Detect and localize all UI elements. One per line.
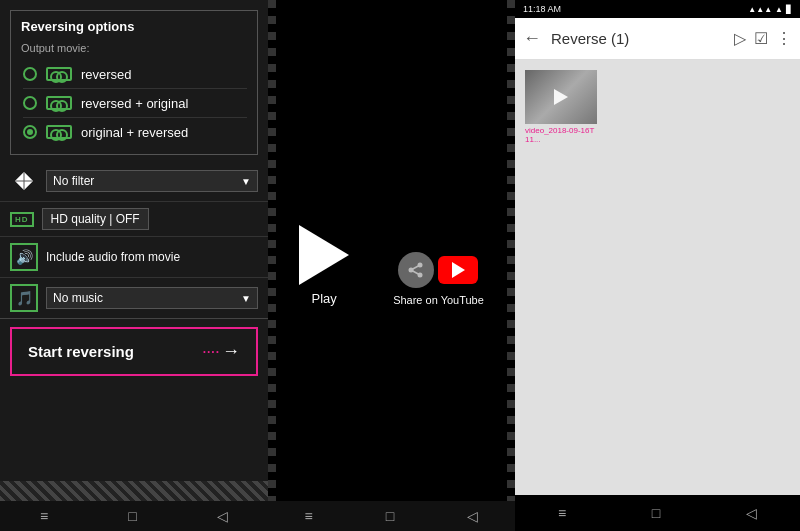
play-section: Play	[299, 225, 349, 306]
page-title: Reverse (1)	[551, 30, 734, 47]
reversing-options-box: Reversing options Output movie: reversed…	[10, 10, 258, 155]
top-bar-actions: ▷ ☑ ⋮	[734, 29, 792, 48]
right-bottom-nav: ≡ □ ◁	[515, 495, 800, 531]
nav-menu-icon-mid[interactable]: ≡	[305, 508, 313, 524]
audio-row: 🔊 Include audio from movie	[0, 237, 268, 278]
option-reversed-label: reversed	[81, 67, 132, 82]
speaker-icon-box: 🔊	[10, 243, 38, 271]
cassette-icon-rev-orig	[45, 94, 73, 112]
left-bottom-nav: ≡ □ ◁	[0, 501, 268, 531]
music-select[interactable]: No music ▼	[46, 287, 258, 309]
left-panel: Reversing options Output movie: reversed…	[0, 0, 268, 531]
r-nav-menu-icon[interactable]: ≡	[558, 505, 566, 521]
play-all-icon[interactable]: ▷	[734, 29, 746, 48]
hd-quality-text[interactable]: HD quality | OFF	[42, 208, 149, 230]
svg-line-6	[411, 265, 420, 270]
share-section: Share on YouTube	[393, 252, 484, 306]
share-icon	[398, 252, 434, 288]
bottom-stripe	[0, 481, 268, 501]
nav-menu-icon-left[interactable]: ≡	[40, 508, 48, 524]
select-icon[interactable]: ☑	[754, 29, 768, 48]
right-content: video_2018-09-16T11...	[515, 60, 800, 495]
hd-badge: HD	[10, 212, 34, 227]
middle-divider-right	[507, 0, 515, 531]
play-label: Play	[311, 291, 336, 306]
nav-back-icon-mid[interactable]: ◁	[467, 508, 478, 524]
filter-select-text: No filter	[53, 174, 241, 188]
radio-reversed	[23, 67, 37, 81]
middle-panel: Play Share on YouTube	[268, 0, 515, 531]
share-label: Share on YouTube	[393, 294, 484, 306]
right-panel: 11:18 AM ▲▲▲ ▲ ▊ ← Reverse (1) ▷ ☑ ⋮ vid…	[515, 0, 800, 531]
nav-home-icon-left[interactable]: □	[128, 508, 136, 524]
nav-home-icon-mid[interactable]: □	[386, 508, 394, 524]
middle-divider-left	[268, 0, 276, 531]
start-arrow-area: ···· →	[203, 341, 240, 362]
reversing-options-title: Reversing options	[21, 19, 247, 34]
option-reversed-original-label: reversed + original	[81, 96, 188, 111]
r-nav-home-icon[interactable]: □	[652, 505, 660, 521]
share-youtube-button[interactable]	[398, 252, 478, 288]
radio-reversed-original	[23, 96, 37, 110]
youtube-icon	[438, 256, 478, 284]
status-time: 11:18 AM	[523, 4, 561, 14]
output-movie-label: Output movie:	[21, 42, 247, 54]
thumb-label: video_2018-09-16T11...	[525, 126, 597, 144]
top-bar: ← Reverse (1) ▷ ☑ ⋮	[515, 18, 800, 60]
start-arrow-icon: →	[222, 341, 240, 362]
audio-text: Include audio from movie	[46, 250, 180, 264]
radio-original-reversed	[23, 125, 37, 139]
music-row: 🎵 No music ▼	[0, 278, 268, 319]
filter-row: No filter ▼	[0, 161, 268, 202]
r-nav-back-icon[interactable]: ◁	[746, 505, 757, 521]
start-button-container: Start reversing ···· →	[10, 327, 258, 376]
music-select-text: No music	[53, 291, 241, 305]
svg-line-7	[411, 270, 420, 275]
middle-actions: Play Share on YouTube	[299, 225, 484, 306]
filter-select[interactable]: No filter ▼	[46, 170, 258, 192]
music-dropdown-arrow: ▼	[241, 293, 251, 304]
start-reversing-button[interactable]: Start reversing ···· →	[14, 331, 254, 372]
thumb-image	[525, 70, 597, 124]
video-thumbnail[interactable]: video_2018-09-16T11...	[525, 70, 597, 144]
nav-back-icon-left[interactable]: ◁	[217, 508, 228, 524]
wifi-icon: ▲	[775, 5, 783, 14]
filter-icon	[10, 167, 38, 195]
cassette-icon-orig-rev	[45, 123, 73, 141]
start-dots: ····	[203, 345, 220, 359]
play-button[interactable]	[299, 225, 349, 285]
thumb-play-icon	[554, 89, 568, 105]
signal-icon: ▲▲▲	[748, 5, 772, 14]
status-bar: 11:18 AM ▲▲▲ ▲ ▊	[515, 0, 800, 18]
back-button[interactable]: ←	[523, 28, 541, 49]
option-reversed[interactable]: reversed	[23, 60, 247, 89]
option-original-reversed[interactable]: original + reversed	[23, 118, 247, 146]
speaker-icon: 🔊	[16, 249, 33, 265]
middle-bottom-nav: ≡ □ ◁	[268, 501, 515, 531]
start-label: Start reversing	[28, 343, 134, 360]
music-icon-box: 🎵	[10, 284, 38, 312]
battery-icon: ▊	[786, 5, 792, 14]
status-icons: ▲▲▲ ▲ ▊	[748, 5, 792, 14]
yt-play-icon	[452, 262, 465, 278]
cassette-icon-reversed	[45, 65, 73, 83]
hd-row: HD HD quality | OFF	[0, 202, 268, 237]
more-options-icon[interactable]: ⋮	[776, 29, 792, 48]
option-original-reversed-label: original + reversed	[81, 125, 188, 140]
option-reversed-original[interactable]: reversed + original	[23, 89, 247, 118]
music-icon: 🎵	[16, 290, 33, 306]
filter-dropdown-arrow: ▼	[241, 176, 251, 187]
